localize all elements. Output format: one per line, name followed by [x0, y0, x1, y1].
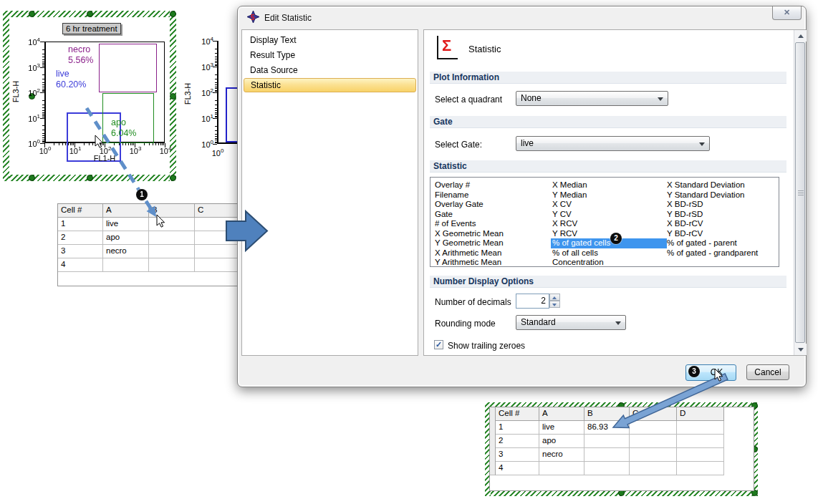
nav-item-statistic[interactable]: Statistic — [244, 78, 416, 92]
stat-item[interactable]: Y BD-rSD — [667, 210, 703, 220]
table-cell[interactable]: live — [539, 421, 584, 435]
table-cell[interactable]: 4 — [496, 462, 539, 475]
column-header[interactable]: B — [584, 407, 630, 421]
table-cell[interactable] — [584, 435, 630, 448]
column-header[interactable]: C — [195, 204, 241, 218]
table-cell[interactable] — [195, 245, 241, 258]
stat-item[interactable]: Y Geometric Mean — [435, 238, 504, 248]
scroll-up-button[interactable] — [794, 30, 807, 42]
table-cell[interactable]: 1 — [496, 421, 539, 435]
decimals-value[interactable]: 2 — [516, 294, 549, 309]
table-cell[interactable]: 3 — [58, 245, 103, 258]
stat-item[interactable]: # of Events — [435, 219, 476, 229]
table-cell[interactable] — [149, 245, 195, 258]
table-cell[interactable] — [103, 258, 149, 272]
stat-item[interactable]: Filename — [435, 190, 468, 200]
scrollbar[interactable] — [794, 30, 806, 355]
selection-handle[interactable] — [87, 175, 93, 181]
column-header[interactable]: Cell # — [58, 204, 103, 218]
decimals-stepper[interactable]: 2 — [516, 294, 560, 309]
dot-plot-fragment[interactable]: FL3-H 104103102101100100 — [178, 21, 242, 165]
column-header[interactable]: B — [149, 204, 195, 218]
stat-item[interactable]: Y Standard Deviation — [667, 190, 744, 200]
stat-item[interactable]: X BD-rCV — [667, 219, 703, 229]
cancel-button[interactable]: Cancel — [746, 364, 789, 380]
stat-item[interactable]: X Median — [552, 180, 587, 190]
column-header[interactable]: A — [539, 407, 584, 421]
stepper-up-button[interactable] — [549, 294, 560, 301]
table-cell[interactable]: live — [103, 218, 149, 231]
stat-item[interactable]: Overlay Gate — [435, 200, 483, 210]
table-cell[interactable] — [149, 218, 195, 231]
table-cell[interactable] — [677, 448, 724, 462]
stat-item[interactable]: X RCV — [552, 219, 577, 229]
selection-handle[interactable] — [170, 175, 176, 181]
plot-title[interactable]: 6 hr treatment — [62, 23, 121, 34]
dot-plot-6hr-treatment[interactable]: 6 hr treatment FL3-H necro5.56%live60.20… — [0, 0, 179, 172]
table-cell[interactable]: apo — [103, 231, 149, 245]
table-cell[interactable] — [539, 462, 584, 475]
table-cell[interactable] — [584, 462, 630, 475]
stat-item[interactable]: Y RCV — [552, 229, 577, 239]
nav-item-result-type[interactable]: Result Type — [244, 48, 416, 62]
stat-item[interactable]: Overlay # — [435, 180, 470, 190]
column-header[interactable]: C — [630, 407, 677, 421]
rounding-select[interactable]: Standard — [516, 315, 626, 330]
stat-item[interactable]: Concentration — [552, 258, 604, 267]
table-cell[interactable]: 1 — [58, 218, 103, 231]
table-cell[interactable] — [630, 435, 677, 448]
stat-item-selected[interactable]: % of gated cells — [551, 238, 667, 248]
column-header[interactable]: D — [677, 407, 724, 421]
column-header[interactable]: A — [103, 204, 149, 218]
gate-fragment[interactable] — [226, 87, 227, 142]
stat-item[interactable]: Gate — [435, 210, 453, 220]
table-cell[interactable]: apo — [539, 435, 584, 448]
column-header[interactable]: Cell # — [496, 407, 539, 421]
stat-item[interactable]: Y CV — [552, 210, 572, 220]
table-cell[interactable] — [195, 218, 241, 231]
stat-item[interactable]: X Arithmetic Mean — [435, 248, 501, 258]
quadrant-select[interactable]: None — [516, 91, 668, 106]
table-cell[interactable]: necro — [539, 448, 584, 462]
table-cell[interactable]: necro — [103, 245, 149, 258]
stat-item[interactable]: Y Median — [552, 190, 587, 200]
statistic-listbox[interactable]: Overlay #FilenameOverlay GateGate# of Ev… — [430, 177, 779, 267]
table-cell[interactable] — [630, 421, 677, 435]
stat-item[interactable]: % of gated - grandparent — [667, 248, 758, 258]
table-cell[interactable] — [677, 435, 724, 448]
stat-item[interactable]: X CV — [552, 200, 572, 210]
close-icon[interactable]: ✕ — [772, 6, 802, 20]
nav-item-display-text[interactable]: Display Text — [244, 33, 416, 47]
table-cell[interactable] — [630, 462, 677, 475]
table-cell[interactable]: 86.93 — [584, 421, 630, 435]
gate-select[interactable]: live — [516, 136, 710, 151]
table-cell[interactable]: 2 — [496, 435, 539, 448]
selection-handle[interactable] — [29, 175, 35, 181]
stat-item[interactable]: X Geometric Mean — [435, 229, 504, 239]
table-cell[interactable] — [584, 448, 630, 462]
stat-item[interactable]: X Standard Deviation — [667, 180, 745, 190]
stepper-down-button[interactable] — [549, 301, 560, 308]
table-cell[interactable]: 3 — [496, 448, 539, 462]
stat-item[interactable]: % of gated - parent — [667, 238, 737, 248]
table-cell[interactable] — [630, 448, 677, 462]
table-cell[interactable]: 2 — [58, 231, 103, 245]
stat-item[interactable]: % of all cells — [552, 248, 598, 258]
stat-item[interactable]: Y Arithmetic Mean — [435, 258, 501, 267]
table-cell[interactable] — [195, 258, 241, 272]
trailing-zeroes-checkbox[interactable]: ✓ — [434, 340, 443, 349]
spreadsheet-after[interactable]: Cell #ABCD1live86.932apo3necro4 — [489, 407, 754, 491]
scrollbar-thumb[interactable] — [795, 42, 805, 343]
table-cell[interactable]: 4 — [58, 258, 103, 272]
nav-item-data-source[interactable]: Data Source — [244, 63, 416, 77]
spreadsheet-before[interactable]: Cell #ABC1live2apo3necro4 — [57, 203, 240, 286]
table-cell[interactable] — [149, 258, 195, 272]
table-cell[interactable] — [677, 462, 724, 475]
stat-item[interactable]: Y BD-rCV — [667, 229, 703, 239]
table-cell[interactable] — [195, 231, 241, 245]
scroll-down-button[interactable] — [794, 344, 807, 355]
table-cell[interactable] — [677, 421, 724, 435]
gate-rect-necro[interactable] — [99, 44, 157, 92]
table-cell[interactable] — [149, 231, 195, 245]
stat-item[interactable]: X BD-rSD — [667, 200, 703, 210]
